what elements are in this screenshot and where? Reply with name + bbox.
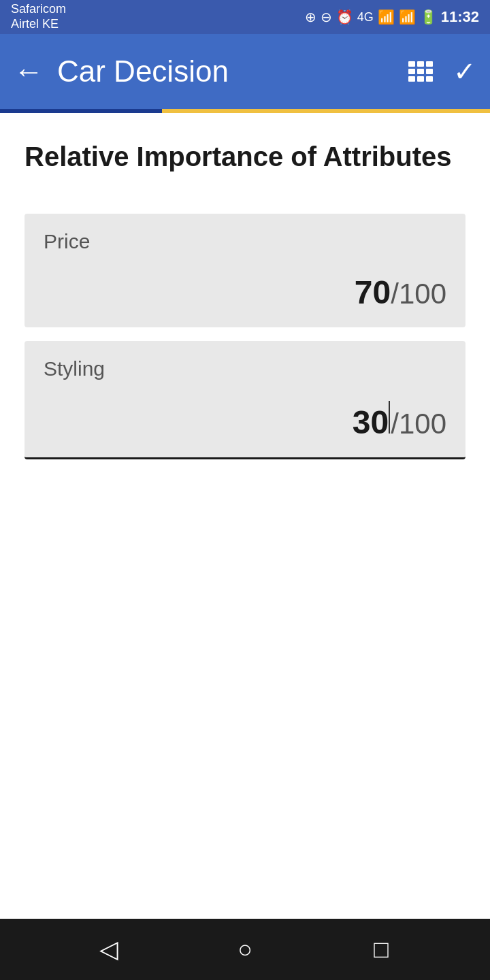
styling-value-display: 30 /100 [44,401,446,441]
status-icons: ⊕ ⊖ ⏰ 4G 📶 📶 🔋 11:32 [305,8,479,26]
alarm-icon: ⏰ [336,9,353,25]
price-label: Price [44,230,446,253]
grid-cell [417,69,424,74]
grid-cell [417,61,424,67]
nav-back-button[interactable]: ◁ [82,922,136,977]
carrier1-label: Safaricom [11,2,66,17]
styling-attribute-card[interactable]: Styling 30 /100 [24,341,466,459]
text-cursor [389,401,390,434]
price-value-number: 70 [355,274,391,311]
price-value-denom: /100 [391,278,446,310]
grid-cell [417,76,424,82]
carrier2-label: Airtel KE [11,17,66,32]
grid-cell [426,76,433,82]
page-heading: Relative Importance of Attributes [24,140,466,173]
signal-4g-icon: 4G [357,10,374,24]
status-bar: Safaricom Airtel KE ⊕ ⊖ ⏰ 4G 📶 📶 🔋 11:32 [0,0,490,34]
signal-bars2-icon: 📶 [399,9,416,25]
price-attribute-card[interactable]: Price 70 /100 [24,214,466,327]
grid-cell [426,61,433,67]
bottom-nav: ◁ ○ □ [0,919,490,980]
list-grid-icon [408,61,433,82]
battery-icon: 🔋 [420,9,437,25]
location-icon: ⊕ [305,9,316,25]
grid-cell [426,69,433,74]
back-button[interactable]: ← [14,54,44,88]
list-view-button[interactable] [408,61,433,82]
time-label: 11:32 [441,8,479,26]
styling-value-denom: /100 [391,408,446,440]
main-content: Relative Importance of Attributes Price … [0,113,490,919]
grid-cell [408,76,415,82]
carrier-info: Safaricom Airtel KE [11,2,66,31]
styling-label: Styling [44,357,446,380]
do-not-disturb-icon: ⊖ [321,9,332,25]
price-value-display: 70 /100 [44,274,446,311]
confirm-button[interactable]: ✓ [453,56,476,87]
app-bar-title: Car Decision [57,54,408,88]
app-bar: ← Car Decision ✓ [0,34,490,109]
nav-recent-button[interactable]: □ [354,922,408,977]
nav-home-button[interactable]: ○ [218,922,272,977]
styling-value-number: 30 [353,404,389,441]
grid-cell [408,69,415,74]
app-bar-actions: ✓ [408,56,476,87]
grid-cell [408,61,415,67]
signal-bars-icon: 📶 [378,9,395,25]
